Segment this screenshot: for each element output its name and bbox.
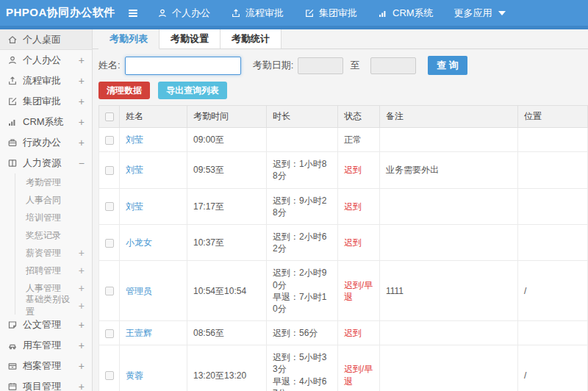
project-icon (7, 381, 18, 391)
status-badge: 迟到 (344, 165, 362, 175)
name-cell: 刘莹 (120, 128, 187, 152)
clear-data-button[interactable]: 清理数据 (98, 82, 150, 99)
sidebar-item-label: 档案管理 (23, 359, 61, 373)
employee-name-link[interactable]: 管理员 (126, 286, 152, 296)
table-row: 刘莹 17:17至 迟到：9小时28分 迟到 (99, 188, 588, 224)
duration-line-1: 迟到：2小时90分 (273, 267, 331, 290)
expand-toggle[interactable]: + (79, 137, 85, 148)
sidebar-item-流程审批[interactable]: 流程审批 + (0, 71, 92, 91)
name-filter-input[interactable] (125, 57, 241, 75)
sidebar-sub-item-人事合同[interactable]: 人事合同 (15, 191, 92, 209)
expand-toggle[interactable]: + (79, 361, 85, 371)
table-row: 刘莹 09:00至 正常 (99, 128, 588, 152)
row-checkbox[interactable] (105, 287, 114, 295)
expand-toggle[interactable]: + (79, 301, 85, 311)
expand-toggle[interactable]: + (79, 248, 85, 258)
employee-name-link[interactable]: 黄蓉 (126, 370, 143, 381)
sidebar-item-用车管理[interactable]: 用车管理 + (0, 335, 92, 356)
time-cell: 09:00至 (187, 128, 267, 152)
employee-name-link[interactable]: 刘莹 (126, 165, 143, 175)
sidebar-item-档案管理[interactable]: 档案管理 + (0, 356, 92, 376)
sidebar-item-desktop[interactable]: 个人桌面 (0, 29, 92, 50)
sidebar-sub-item-招聘管理[interactable]: 招聘管理 + (15, 262, 92, 279)
tab-bar: 考勤列表 考勤设置 考勤统计 (93, 29, 588, 49)
toolbar: 清理数据 导出查询列表 (93, 82, 588, 99)
col-header-duration: 时长 (267, 106, 338, 128)
tab-考勤列表[interactable]: 考勤列表 (98, 29, 159, 49)
book-icon (7, 158, 18, 168)
expand-toggle[interactable]: + (79, 283, 85, 293)
expand-toggle[interactable]: + (79, 320, 85, 330)
sidebar-submenu: 考勤管理 人事合同 培训管理 奖惩记录 薪资管理 + 招聘管理 + 人事管理 +… (15, 173, 92, 315)
row-checkbox[interactable] (105, 166, 114, 175)
top-nav-item[interactable]: 更多应用 (454, 7, 506, 20)
top-nav-item[interactable]: 个人办公 (157, 7, 210, 20)
time-cell: 10:54至10:54 (187, 261, 267, 321)
expand-toggle[interactable]: + (79, 76, 85, 86)
sidebar-sub-item-考勤管理[interactable]: 考勤管理 (15, 173, 92, 191)
share-icon (7, 76, 18, 86)
sidebar-sub-item-label: 薪资管理 (26, 247, 61, 259)
sidebar-item-label: 个人办公 (23, 54, 61, 67)
name-filter-label: 姓名: (98, 59, 121, 72)
sidebar-item-集团审批[interactable]: 集团审批 + (0, 91, 92, 112)
employee-name-link[interactable]: 刘莹 (126, 201, 143, 212)
sidebar-item-个人办公[interactable]: 个人办公 + (0, 50, 92, 71)
sidebar-item-CRM系统[interactable]: CRM系统 + (0, 112, 92, 132)
hamburger-menu-icon[interactable] (125, 7, 141, 20)
expand-toggle[interactable]: + (79, 96, 85, 107)
sidebar-item-人力资源[interactable]: 人力资源 − (0, 153, 92, 173)
location-cell: / (518, 261, 588, 321)
note-cell (380, 188, 518, 224)
top-nav-item[interactable]: 流程审批 (231, 7, 284, 20)
sidebar-item-项目管理[interactable]: 项目管理 + (0, 376, 92, 391)
search-button[interactable]: 查 询 (428, 56, 467, 75)
employee-name-link[interactable]: 刘莹 (126, 134, 143, 145)
sidebar-sub-item-薪资管理[interactable]: 薪资管理 + (15, 244, 92, 262)
location-cell: / (518, 345, 588, 391)
row-select-cell (99, 188, 120, 224)
user-icon (7, 55, 18, 65)
row-checkbox[interactable] (105, 239, 114, 248)
time-cell: 17:17至 (187, 188, 267, 224)
employee-name-link[interactable]: 王壹辉 (126, 328, 152, 338)
sidebar-sub-item-奖惩记录[interactable]: 奖惩记录 (15, 226, 92, 244)
sidebar-sub-item-label: 奖惩记录 (26, 229, 61, 242)
expand-toggle[interactable]: + (79, 381, 85, 391)
note-cell: 业务需要外出 (380, 152, 518, 188)
status-badge: 迟到/早退 (344, 364, 373, 386)
edit-icon (304, 8, 315, 18)
tab-考勤设置[interactable]: 考勤设置 (159, 29, 220, 49)
tab-考勤统计[interactable]: 考勤统计 (220, 29, 282, 49)
duration-cell (267, 128, 338, 152)
row-checkbox[interactable] (105, 329, 114, 338)
app-logo[interactable]: PHPOA协同办公软件 (0, 6, 116, 20)
sidebar-item-label: 公文管理 (23, 318, 61, 331)
time-cell: 08:56至 (187, 321, 267, 345)
top-nav-item[interactable]: 集团审批 (304, 7, 357, 20)
project-icon (7, 381, 18, 391)
select-all-checkbox[interactable] (105, 112, 114, 121)
sidebar-sub-item-基础类别设置[interactable]: 基础类别设置 + (15, 297, 92, 315)
expand-toggle[interactable]: + (79, 117, 85, 127)
employee-name-link[interactable]: 小龙女 (126, 237, 152, 248)
row-checkbox[interactable] (105, 371, 114, 380)
expand-toggle[interactable]: + (79, 340, 85, 351)
sidebar-item-行政办公[interactable]: 行政办公 + (0, 132, 92, 153)
date-to-input[interactable] (370, 57, 416, 74)
top-nav-label: 流程审批 (245, 7, 284, 20)
expand-toggle[interactable]: + (79, 265, 85, 276)
export-list-button[interactable]: 导出查询列表 (158, 82, 227, 99)
location-cell (518, 152, 588, 188)
row-select-cell (99, 128, 120, 152)
row-checkbox[interactable] (105, 136, 114, 145)
top-nav-item[interactable]: CRM系统 (378, 7, 434, 20)
expand-toggle[interactable]: + (79, 55, 85, 65)
duration-cell: 迟到：2小时62分 (267, 224, 338, 260)
expand-toggle[interactable]: − (79, 158, 85, 168)
sidebar-sub-item-培训管理[interactable]: 培训管理 (15, 209, 92, 226)
row-checkbox[interactable] (105, 202, 114, 211)
sidebar-sub-item-label: 基础类别设置 (26, 293, 79, 318)
date-from-input[interactable] (298, 57, 343, 74)
name-cell: 刘莹 (120, 152, 187, 188)
